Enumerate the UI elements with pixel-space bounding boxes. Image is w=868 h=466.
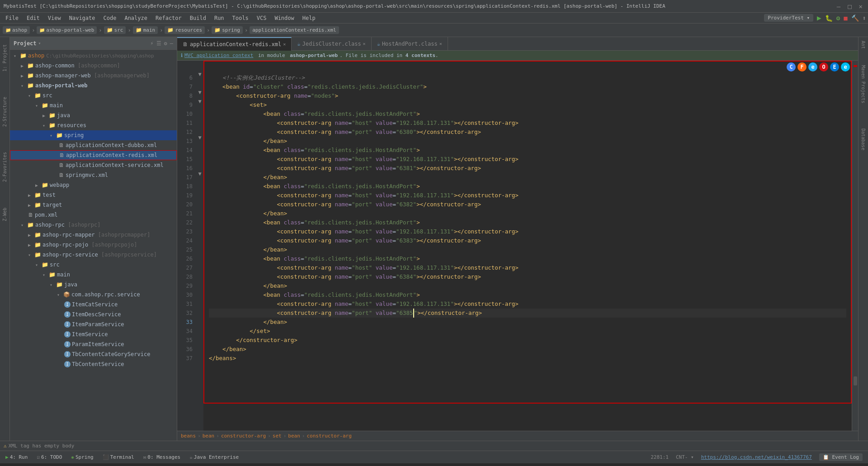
debug-button[interactable]: 🐛 [825, 14, 833, 22]
code-line-34[interactable]: </set> [209, 327, 846, 336]
code-line-31[interactable]: <constructor-arg name="host" value="192.… [209, 300, 846, 309]
code-line-22[interactable]: <bean class="redis.clients.jedis.HostAnd… [209, 218, 846, 227]
code-line-7[interactable]: <bean id="cluster" class="redis.clients.… [209, 82, 846, 91]
nav-crumb-ashop[interactable]: 📁 ashop [3, 26, 30, 34]
run-tool[interactable]: ▶ 4: Run [2, 453, 31, 461]
code-line-21[interactable]: </bean> [209, 209, 846, 218]
opera-icon[interactable]: O [819, 62, 828, 71]
menu-vcs[interactable]: VCS [253, 14, 270, 22]
maven-projects-tab[interactable]: Maven Projects [860, 62, 867, 107]
code-line-11[interactable]: <constructor-arg name="host" value="192.… [209, 119, 846, 128]
close-button[interactable]: ✕ [857, 3, 864, 10]
tree-item-ashop-rpc[interactable]: ▾ 📁 ashop-rpc [ashoprpc] [10, 220, 177, 230]
code-line-35[interactable]: </constructor-arg> [209, 336, 846, 345]
run-button[interactable]: ▶ [817, 14, 821, 22]
favorites-tab-label[interactable]: 2-Favorites [1, 148, 8, 185]
fold-14[interactable]: ▼ [196, 133, 203, 142]
menu-build[interactable]: Build [186, 14, 210, 22]
tree-item-webapp[interactable]: ▶ 📁 webapp [10, 180, 177, 190]
menu-code[interactable]: Code [100, 14, 120, 22]
code-line-17[interactable]: </bean> [209, 173, 846, 182]
tree-item-spring[interactable]: ▾ 📁 spring [10, 130, 177, 140]
bc-constructor-arg[interactable]: constructor-arg [221, 433, 266, 439]
tree-item-main[interactable]: ▾ 📁 main [10, 100, 177, 110]
collapse-icon[interactable]: ☰ [156, 40, 161, 47]
code-line-16[interactable]: <constructor-arg name="port" value="6381… [209, 164, 846, 173]
code-line-14[interactable]: <bean class="redis.clients.jedis.HostAnd… [209, 146, 846, 155]
project-tab-label[interactable]: 1: Project [1, 41, 8, 75]
tree-item-pom[interactable]: 🗎 pom.xml [10, 210, 177, 220]
tree-item-rpc-main[interactable]: ▾ 📁 main [10, 270, 177, 280]
tree-item-manager-web[interactable]: ▶ 📁 ashop-manager-web [ashopmanagerweb] [10, 71, 177, 81]
fold-7[interactable]: ▼ [196, 70, 203, 79]
tree-item-redis-xml[interactable]: 🗎 applicationContext-redis.xml [10, 150, 177, 160]
tree-item-item[interactable]: I ItemService [10, 329, 177, 339]
menu-file[interactable]: File [2, 14, 22, 22]
close-tab-3-icon[interactable]: ✕ [439, 41, 442, 46]
menu-tools[interactable]: Tools [229, 14, 252, 22]
tree-item-portal-web[interactable]: ▾ 📁 ashop-portal-web [10, 81, 177, 90]
menu-window[interactable]: Window [271, 14, 297, 22]
tab-jediscluster[interactable]: ☕ JedisCluster.class ✕ [292, 37, 371, 51]
code-line-18[interactable]: <bean class="redis.clients.jedis.HostAnd… [209, 182, 846, 191]
menu-navigate[interactable]: Navigate [66, 14, 99, 22]
menu-refactor[interactable]: Refactor [152, 14, 185, 22]
tree-item-rpc-package[interactable]: ▾ 📦 com.ashop.rpc.service [10, 290, 177, 300]
tree-item-rpc-mapper[interactable]: ▶ 📁 ashop-rpc-mapper [ashoprpcmapper] [10, 230, 177, 240]
menu-edit[interactable]: Edit [23, 14, 43, 22]
messages-tool[interactable]: ✉ 0: Messages [140, 453, 184, 461]
bc-constructor-arg2[interactable]: constructor-arg [307, 433, 351, 439]
tree-item-target[interactable]: ▶ 📁 target [10, 200, 177, 210]
tree-item-java[interactable]: ▶ 📁 java [10, 110, 177, 120]
code-line-12[interactable]: <constructor-arg name="port" value="6380… [209, 128, 846, 137]
right-scrollbar[interactable] [852, 61, 858, 431]
tree-item-test[interactable]: ▶ 📁 test [10, 190, 177, 200]
tree-item-resources[interactable]: ▾ 📁 resources [10, 120, 177, 130]
minimize-panel-icon[interactable]: — [170, 40, 173, 47]
tree-item-tbcontent[interactable]: I TbContentService [10, 359, 177, 369]
nav-crumb-file[interactable]: applicationContext-redis.xml [250, 26, 339, 34]
bc-bean[interactable]: bean [203, 433, 215, 439]
tree-item-tbcontent-category[interactable]: I TbContentCateGoryService [10, 349, 177, 359]
code-line-26[interactable]: <bean class="redis.clients.jedis.HostAnd… [209, 254, 846, 263]
tree-item-service-xml[interactable]: 🗎 applicationContext-service.xml [10, 160, 177, 170]
code-line-9[interactable]: <set> [209, 100, 846, 109]
bc-beans[interactable]: beans [181, 433, 196, 439]
menu-analyze[interactable]: Analyze [121, 14, 151, 22]
edge2-icon[interactable]: e [841, 62, 850, 71]
tree-item-rpc-pojo[interactable]: ▶ 📁 ashop-rpc-pojo [ashoprpcpojo] [10, 240, 177, 250]
close-tab-icon[interactable]: ✕ [283, 42, 286, 47]
code-line-20[interactable]: <constructor-arg name="port" value="6382… [209, 200, 846, 209]
nav-crumb-src[interactable]: 📁 src [104, 26, 126, 34]
bc-bean2[interactable]: bean [288, 433, 300, 439]
code-line-19[interactable]: <constructor-arg name="host" value="192.… [209, 191, 846, 200]
menu-view[interactable]: View [44, 14, 65, 22]
tree-item-springmvc-xml[interactable]: 🗎 springmvc.xml [10, 170, 177, 180]
nav-crumb-main[interactable]: 📁 main [133, 26, 158, 34]
code-line-6[interactable]: <!--实例化JedisCluster--> [209, 73, 846, 82]
code-line-27[interactable]: <constructor-arg name="host" value="192.… [209, 263, 846, 272]
menu-help[interactable]: Help [299, 14, 319, 22]
tree-item-rpc-java[interactable]: ▾ 📁 java [10, 280, 177, 290]
tree-item-itemparam[interactable]: I ItemParamService [10, 319, 177, 329]
tree-item-paramitem[interactable]: I ParamItemService [10, 339, 177, 349]
tab-hostandport[interactable]: ☕ HostAndPort.class ✕ [372, 37, 448, 51]
code-line-36[interactable]: </bean> [209, 345, 846, 354]
code-line-28[interactable]: <constructor-arg name="port" value="6384… [209, 272, 846, 281]
ant-tab[interactable]: Ant [860, 37, 867, 52]
chrome-icon[interactable]: C [787, 62, 796, 71]
code-line-15[interactable]: <constructor-arg name="host" value="192.… [209, 155, 846, 164]
firefox-icon[interactable]: F [797, 62, 807, 71]
tree-item-rpc-src[interactable]: ▾ 📁 src [10, 260, 177, 270]
fold-18[interactable]: ▼ [196, 169, 203, 178]
tab-redis-xml[interactable]: 🗎 applicationContext-redis.xml ✕ [177, 37, 292, 51]
code-line-29[interactable]: </bean> [209, 281, 846, 290]
ie-icon[interactable]: e [808, 62, 817, 71]
code-line-10[interactable]: <bean class="redis.clients.jedis.HostAnd… [209, 109, 846, 119]
code-line-25[interactable]: </bean> [209, 245, 846, 254]
status-url[interactable]: https://blog.csdn.net/weixin_41367767 [701, 454, 812, 460]
tree-item-src[interactable]: ▾ 📁 src [10, 90, 177, 100]
nav-crumb-resources[interactable]: 📁 resources [165, 26, 205, 34]
edge-icon[interactable]: E [830, 62, 839, 71]
tree-item-rpc-service[interactable]: ▾ 📁 ashop-rpc-service [ashoprpcservice] [10, 250, 177, 260]
